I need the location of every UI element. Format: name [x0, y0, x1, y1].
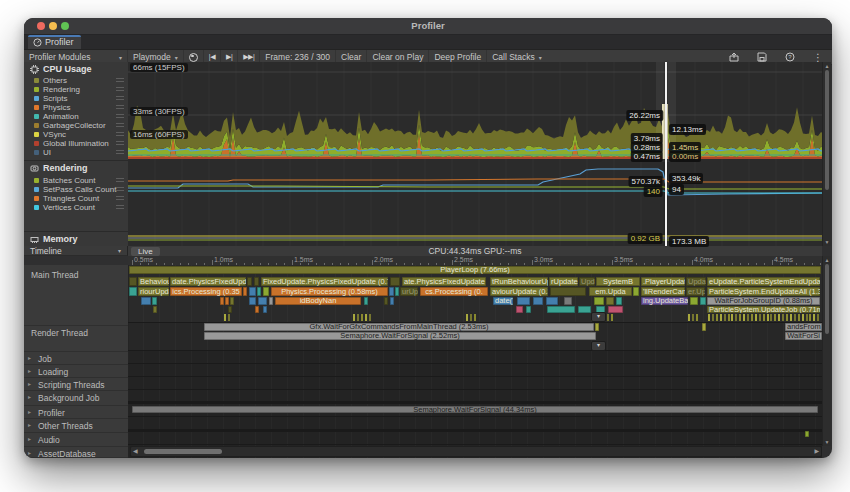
timeline-sample-bar[interactable]: [258, 297, 267, 305]
timeline-sample-bar[interactable]: [533, 297, 543, 305]
timeline-sample-bar[interactable]: [129, 287, 137, 296]
timeline-sample-bar[interactable]: .PlayerUpdateCa: [641, 277, 685, 286]
timeline-sample-bar[interactable]: er.Upd: [686, 287, 705, 296]
timeline-sample-bar[interactable]: ics.Processing (0.35: [170, 287, 242, 296]
timeline-sample-bar[interactable]: [141, 297, 151, 305]
timeline-sample-bar[interactable]: aviourUpdate (0.33: [490, 287, 548, 296]
tab-profiler[interactable]: Profiler: [28, 35, 81, 49]
timeline-scrollbar[interactable]: ▲ ▼: [822, 256, 831, 446]
timeline-sample-bar[interactable]: SystemB: [596, 277, 640, 286]
timeline-sample-bar[interactable]: Gfx.WaitForGfxCommandsFromMainThread (2.…: [204, 323, 594, 331]
thread-row-profiler[interactable]: ▸Profiler: [24, 406, 128, 419]
rendering-chart[interactable]: [128, 162, 822, 233]
timeline-horizontal-scrollbar[interactable]: ◀ ▶: [130, 446, 822, 457]
timeline-sample-bar[interactable]: ParticleSystem.UpdateJob (0.71ms): [707, 306, 820, 313]
thread-row-main-thread[interactable]: Main Thread: [24, 268, 128, 326]
timeline-sample-bar[interactable]: [254, 277, 259, 286]
timeline-sample-bar[interactable]: [257, 287, 261, 296]
thread-row-scripting-threads[interactable]: ▸Scripting Threads: [24, 378, 128, 391]
cpu-usage-chart[interactable]: [128, 62, 822, 163]
timeline-sample-bar[interactable]: [690, 297, 698, 305]
thread-row-render-thread[interactable]: Render Thread: [24, 326, 128, 352]
timeline-sample-bar[interactable]: date.PhysicsFixedUpdate (0.: [170, 277, 246, 286]
module-header-rendering[interactable]: Rendering: [30, 163, 88, 173]
module-header-memory[interactable]: Memory: [30, 234, 78, 244]
timeline-sample-bar[interactable]: [526, 306, 531, 313]
timeline-track-area[interactable]: PlayerLoop (7.66ms)Behavioudate.PhysicsF…: [128, 265, 822, 458]
timeline-sample-bar[interactable]: Updat: [579, 277, 595, 286]
track-expand-button[interactable]: ▾: [591, 312, 606, 322]
legend-item-ui[interactable]: UI: [34, 148, 124, 157]
timeline-sample-bar[interactable]: Updat: [686, 277, 706, 286]
scroll-right-icon[interactable]: ▶: [814, 448, 819, 455]
thread-row-job[interactable]: ▸Job: [24, 352, 128, 365]
timeline-sample-bar[interactable]: [384, 297, 388, 305]
timeline-sample-bar[interactable]: [608, 306, 623, 313]
disclosure-arrow-icon[interactable]: ▸: [28, 393, 31, 400]
timeline-sample-bar[interactable]: [633, 287, 639, 296]
timeline-sample-bar[interactable]: [805, 431, 809, 437]
timeline-sample-bar[interactable]: [389, 287, 394, 296]
scroll-up-icon[interactable]: ▲: [823, 257, 831, 263]
legend-item-garbagecollector[interactable]: GarbageCollector: [34, 121, 124, 130]
scroll-up-icon[interactable]: ▲: [823, 63, 831, 69]
timeline-sample-bar[interactable]: [263, 306, 267, 313]
legend-item-setpass-calls-count[interactable]: SetPass Calls Count: [34, 185, 124, 194]
timeline-sample-bar[interactable]: [390, 297, 394, 305]
disclosure-arrow-icon[interactable]: ▸: [28, 354, 31, 361]
timeline-sample-bar[interactable]: ate.PhysicsFixedUpdate: [402, 277, 486, 286]
timeline-sample-bar[interactable]: Semaphore.WaitForSignal (44.34ms): [132, 406, 818, 413]
timeline-sample-bar[interactable]: [153, 306, 157, 313]
timeline-sample-bar[interactable]: [616, 297, 622, 305]
thread-row-loading[interactable]: ▸Loading: [24, 365, 128, 378]
legend-item-vsync[interactable]: VSync: [34, 130, 124, 139]
legend-item-vertices-count[interactable]: Vertices Count: [34, 203, 124, 212]
disclosure-arrow-icon[interactable]: ▸: [28, 435, 31, 442]
timeline-sample-bar[interactable]: Semaphore.WaitForSignal (2.52ms): [204, 332, 596, 340]
disclosure-arrow-icon[interactable]: ▸: [28, 449, 31, 456]
timeline-sample-bar[interactable]: [390, 277, 400, 286]
timeline-sample-bar[interactable]: [700, 297, 706, 305]
module-header-cpu[interactable]: CPU Usage: [30, 64, 92, 74]
legend-item-others[interactable]: Others: [34, 76, 124, 85]
timeline-sample-bar[interactable]: [249, 297, 256, 305]
timeline-sample-bar[interactable]: [550, 287, 586, 296]
thread-row-assetdatabase[interactable]: ▸AssetDatabase: [24, 447, 128, 458]
timeline-sample-bar[interactable]: Physics.Processing (0.58ms): [271, 287, 388, 296]
timeline-sample-bar[interactable]: [247, 277, 252, 286]
selected-frame-line[interactable]: [665, 62, 667, 246]
timeline-sample-bar[interactable]: urUpd: [400, 287, 418, 296]
timeline-sample-bar[interactable]: PlayerLoop (7.66ms): [129, 266, 821, 274]
timeline-sample-bar[interactable]: [516, 306, 523, 313]
timeline-sample-bar[interactable]: 'llRenderCanvase: [641, 287, 685, 296]
scroll-down-icon[interactable]: ▼: [823, 239, 831, 245]
timeline-sample-bar[interactable]: [564, 297, 572, 305]
timeline-sample-bar[interactable]: eUpdate.ParticleSystemEndUpdateAll (1: [707, 277, 820, 286]
timeline-sample-bar[interactable]: em.Upda: [589, 287, 632, 296]
timeline-sample-bar[interactable]: [547, 306, 575, 313]
timeline-sample-bar[interactable]: [269, 297, 273, 305]
disclosure-arrow-icon[interactable]: ▸: [28, 367, 31, 374]
disclosure-arrow-icon[interactable]: ▸: [28, 380, 31, 387]
timeline-sample-bar[interactable]: [578, 306, 591, 313]
timeline-sample-bar[interactable]: [228, 306, 232, 313]
timeline-sample-bar[interactable]: [517, 297, 530, 305]
timeline-sample-bar[interactable]: WaitForSi: [785, 332, 822, 340]
timeline-sample-bar[interactable]: [243, 287, 247, 296]
thread-row-audio[interactable]: ▸Audio: [24, 433, 128, 447]
timeline-sample-bar[interactable]: riourUpda: [138, 287, 169, 296]
timeline-sample-bar[interactable]: ParticleSystem.EndUpdateAll (1.39ms): [707, 287, 820, 296]
legend-item-physics[interactable]: Physics: [34, 103, 124, 112]
timeline-sample-bar[interactable]: [263, 287, 269, 296]
legend-item-triangles-count[interactable]: Triangles Count: [34, 194, 124, 203]
legend-item-rendering[interactable]: Rendering: [34, 85, 124, 94]
thread-row-background-job[interactable]: ▸Background Job: [24, 391, 128, 406]
timeline-sample-bar[interactable]: [546, 297, 558, 305]
timeline-sample-bar[interactable]: [255, 306, 259, 313]
timeline-sample-bar[interactable]: [220, 297, 224, 305]
scroll-down-icon[interactable]: ▼: [823, 439, 831, 445]
thread-row-other-threads[interactable]: ▸Other Threads: [24, 419, 128, 433]
horizontal-scrollbar-thumb[interactable]: [144, 449, 222, 454]
scroll-left-icon[interactable]: ◀: [133, 448, 138, 455]
timeline-sample-bar[interactable]: andsFrom: [785, 323, 822, 331]
